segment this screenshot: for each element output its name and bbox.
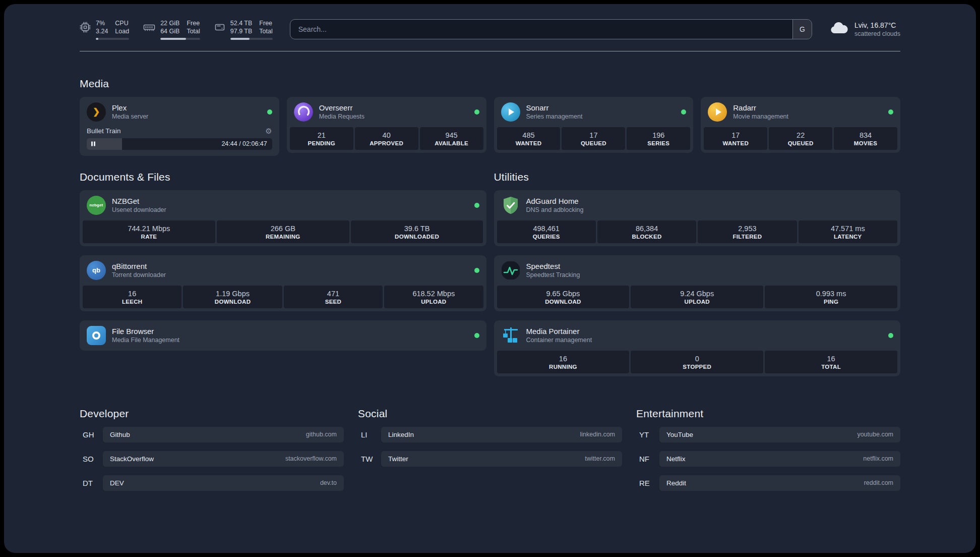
dashboard-root: 7% CPU 3.24 Load <box>4 4 976 553</box>
stat-leech: 16 LEECH <box>83 286 181 308</box>
bookmark-url: twitter.com <box>585 455 615 462</box>
bookmark-dev[interactable]: DT DEV dev.to <box>80 475 344 491</box>
stat-download: 9.65 Gbps DOWNLOAD <box>497 286 630 308</box>
pause-icon[interactable] <box>91 142 95 146</box>
memory-progress-fill <box>160 38 186 40</box>
service-name: qBittorrent <box>112 262 166 270</box>
bookmark-abbr: LI <box>358 430 381 439</box>
service-card-portainer[interactable]: Media Portainer Container management 16 … <box>494 320 901 376</box>
disk-progress-bar <box>230 38 273 40</box>
playback-progress-bar[interactable]: 24:44 / 02:06:47 <box>87 138 272 150</box>
stat-stopped: 0 STOPPED <box>631 351 763 373</box>
service-description: Media Requests <box>319 113 364 120</box>
cpu-usage-label: CPU <box>115 19 129 27</box>
bookmark-group-title: Entertainment <box>636 408 900 420</box>
cloud-icon <box>829 22 848 37</box>
service-card-sonarr[interactable]: Sonarr Series management 485 WANTED 17 Q… <box>494 97 694 153</box>
gear-icon[interactable]: ⚙ <box>265 127 272 135</box>
service-name: Media Portainer <box>526 327 592 336</box>
service-card-speedtest[interactable]: Speedtest Speedtest Tracking 9.65 Gbps D… <box>494 255 901 311</box>
stat-total: 16 TOTAL <box>765 351 897 373</box>
bookmark-group-developer: Developer GH Github github.com SO StackO… <box>80 408 344 499</box>
search-input[interactable] <box>290 20 792 39</box>
stat-latency: 47.571 ms LATENCY <box>799 220 897 243</box>
section-title-documents: Documents & Files <box>80 171 486 183</box>
bookmark-name: DEV <box>110 479 124 487</box>
status-dot <box>474 109 479 115</box>
service-description: Media server <box>112 113 148 120</box>
bookmark-name: Netflix <box>666 455 686 463</box>
memory-progress-bar <box>160 38 200 40</box>
weather-widget[interactable]: Lviv, 16.87°C scattered clouds <box>829 21 900 37</box>
playback-time: 24:44 / 02:06:47 <box>221 140 267 147</box>
bookmark-url: netflix.com <box>863 455 893 462</box>
bookmark-reddit[interactable]: RE Reddit reddit.com <box>636 475 900 491</box>
bookmark-name: Github <box>110 431 130 438</box>
service-description: Media File Management <box>112 337 179 344</box>
bookmark-twitter[interactable]: TW Twitter twitter.com <box>358 451 622 467</box>
section-title-utilities: Utilities <box>494 171 901 183</box>
status-dot <box>474 268 479 273</box>
bookmark-abbr: TW <box>358 455 381 463</box>
service-name: NZBGet <box>112 197 166 205</box>
stat-running: 16 RUNNING <box>497 351 630 373</box>
memory-free-label: Free <box>187 19 200 27</box>
status-dot <box>474 333 479 338</box>
search-engine-button[interactable]: G <box>792 20 812 39</box>
topbar-divider <box>80 51 900 51</box>
status-dot <box>474 203 479 208</box>
bookmark-github[interactable]: GH Github github.com <box>80 427 344 442</box>
service-card-adguard[interactable]: AdGuard Home DNS and adblocking 498,461 … <box>494 190 901 246</box>
service-card-qbittorrent[interactable]: qb qBittorrent Torrent downloader 16 LEE… <box>80 255 486 311</box>
bookmark-abbr: NF <box>636 455 659 463</box>
topbar: 7% CPU 3.24 Load <box>80 19 900 40</box>
service-card-nzbget[interactable]: nzbget NZBGet Usenet downloader 744.21 M… <box>80 190 486 246</box>
bookmark-name: Reddit <box>666 479 686 487</box>
stat-available: 945 AVAILABLE <box>420 127 483 150</box>
bookmark-group-entertainment: Entertainment YT YouTube youtube.com NF … <box>636 408 900 499</box>
plex-icon: ❯ <box>87 102 106 122</box>
section-documents-files: Documents & Files nzbget NZBGet Usenet d… <box>80 171 486 351</box>
disk-total-label: Total <box>259 27 272 35</box>
stat-movies: 834 MOVIES <box>834 127 897 150</box>
radarr-icon <box>708 102 727 122</box>
stat-upload: 9.24 Gbps UPLOAD <box>631 286 763 308</box>
memory-icon <box>143 22 155 35</box>
disk-total-value: 97.9 TB <box>230 27 253 35</box>
disk-free-value: 52.4 TB <box>230 19 253 27</box>
bookmark-youtube[interactable]: YT YouTube youtube.com <box>636 427 900 442</box>
service-description: Speedtest Tracking <box>526 271 580 278</box>
portainer-icon <box>501 326 520 345</box>
status-dot <box>267 109 272 115</box>
stat-filtered: 2,953 FILTERED <box>698 220 797 243</box>
bookmark-url: linkedin.com <box>580 431 615 438</box>
service-card-overseerr[interactable]: Overseerr Media Requests 21 PENDING 40 A… <box>287 97 486 153</box>
resource-widget-cpu: 7% CPU 3.24 Load <box>80 19 129 40</box>
stat-downloaded: 39.6 TB DOWNLOADED <box>351 220 483 243</box>
cpu-usage-value: 7% <box>96 19 108 27</box>
stat-seed: 471 SEED <box>284 286 383 308</box>
resource-widget-disk: 52.4 TB Free 97.9 TB Total <box>214 19 273 40</box>
search-bar: G <box>290 19 812 39</box>
cpu-load-value: 3.24 <box>96 27 108 35</box>
service-card-filebrowser[interactable]: File Browser Media File Management <box>80 320 486 351</box>
adguard-icon <box>501 196 520 215</box>
bookmark-netflix[interactable]: NF Netflix netflix.com <box>636 451 900 467</box>
status-dot <box>888 333 893 338</box>
service-name: Sonarr <box>526 103 583 112</box>
service-description: Container management <box>526 337 592 344</box>
bookmark-stackoverflow[interactable]: SO StackOverflow stackoverflow.com <box>80 451 344 467</box>
service-card-radarr[interactable]: Radarr Movie management 17 WANTED 22 QUE… <box>701 97 900 153</box>
service-card-plex[interactable]: ❯ Plex Media server Bullet Train ⚙ <box>80 97 279 156</box>
stat-queued: 22 QUEUED <box>769 127 832 150</box>
bookmark-linkedin[interactable]: LI LinkedIn linkedin.com <box>358 427 622 442</box>
overseerr-icon <box>294 102 313 122</box>
disk-free-label: Free <box>259 19 272 27</box>
bookmark-group-title: Developer <box>80 408 344 420</box>
service-name: AdGuard Home <box>526 197 584 205</box>
memory-free-value: 22 GiB <box>160 19 179 27</box>
stat-wanted: 485 WANTED <box>497 127 561 150</box>
speedtest-icon <box>501 261 520 280</box>
section-utilities: Utilities AdGu <box>494 171 901 376</box>
bookmark-url: reddit.com <box>864 479 893 486</box>
